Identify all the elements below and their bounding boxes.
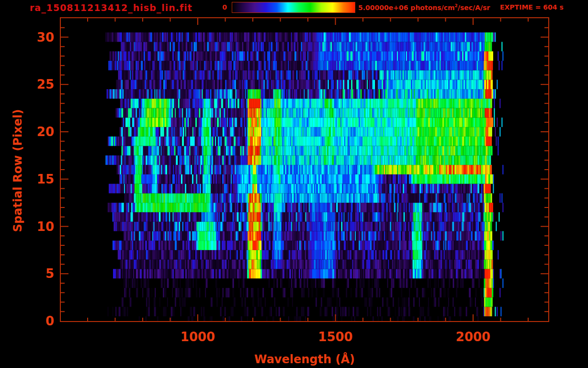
colorbar-gradient bbox=[232, 2, 355, 13]
x-tick-label-1500: 1500 bbox=[302, 331, 369, 343]
colorbar-max-value: 5.00000e+06 bbox=[358, 4, 408, 12]
colorbar-min-label: 0 bbox=[211, 3, 227, 11]
spectral-image-canvas bbox=[61, 18, 548, 321]
y-tick-label-30: 30 bbox=[24, 31, 54, 44]
spectrograph-display-window: { "header": { "title": "ra_150811213412_… bbox=[0, 0, 588, 368]
x-tick-label-1000: 1000 bbox=[164, 331, 231, 343]
y-tick-label-10: 10 bbox=[24, 220, 54, 233]
y-tick-label-15: 15 bbox=[24, 173, 54, 185]
filename-title: ra_150811213412_hisb_lin.fit bbox=[30, 2, 192, 13]
colorbar-units-post: /sec/A/sr bbox=[458, 4, 490, 12]
y-tick-label-0: 0 bbox=[24, 315, 54, 327]
y-axis-label: Spatial Row (Pixel) bbox=[11, 109, 24, 232]
colorbar-units-pre: photons/cm bbox=[408, 4, 454, 12]
exptime-label: EXPTIME = 604 s bbox=[500, 3, 564, 11]
y-tick-label-25: 25 bbox=[24, 78, 54, 91]
y-tick-label-5: 5 bbox=[24, 267, 54, 280]
x-tick-label-2000: 2000 bbox=[440, 331, 507, 343]
y-tick-label-20: 20 bbox=[24, 126, 54, 138]
colorbar-max-label: 5.00000e+06 photons/cm2/sec/A/sr bbox=[358, 3, 490, 12]
x-axis-label: Wavelength (Å) bbox=[254, 353, 355, 366]
